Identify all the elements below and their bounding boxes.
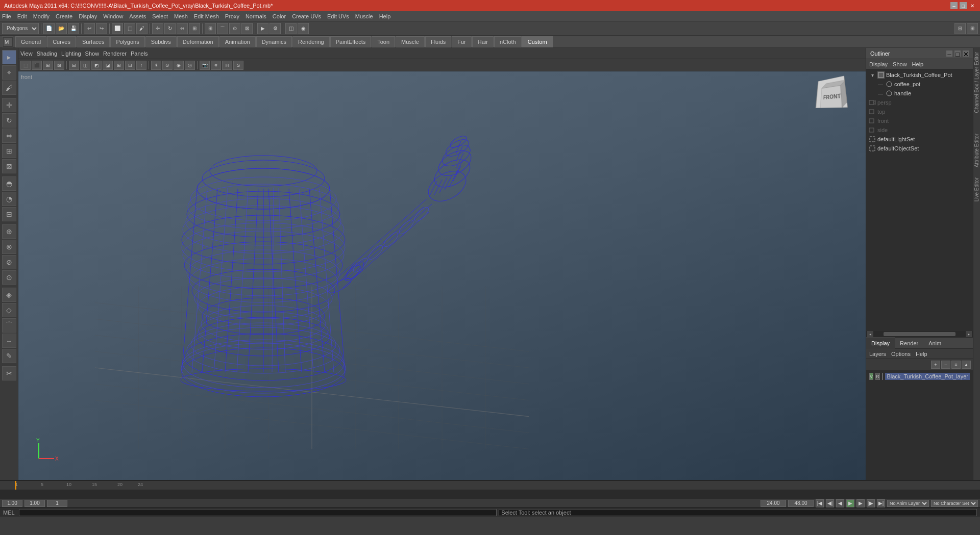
vp-grid-btn[interactable]: # — [211, 61, 221, 70]
cb-delete-layer-btn[interactable]: – — [941, 361, 950, 369]
scrollbar-left-btn[interactable]: ◂ — [867, 331, 873, 337]
vp-menu-panels[interactable]: Panels — [131, 50, 148, 57]
tab-hair[interactable]: Hair — [472, 36, 494, 47]
tab-surfaces[interactable]: Surfaces — [77, 36, 110, 47]
vp-wireframe-btn[interactable]: ⊟ — [69, 61, 79, 70]
next-key-btn[interactable]: |▶ — [867, 499, 875, 507]
skin-btn[interactable]: ◈ — [2, 288, 16, 302]
next-frame-btn[interactable]: ▶ — [856, 499, 865, 507]
vp-light4-btn[interactable]: ◎ — [185, 61, 195, 70]
tab-ncloth[interactable]: nCloth — [494, 36, 522, 47]
vp-normals-btn[interactable]: ↑ — [136, 61, 146, 70]
vp-hud-btn[interactable]: H — [222, 61, 232, 70]
menu-proxy[interactable]: Proxy — [225, 13, 239, 19]
tab-polygons[interactable]: Polygons — [110, 36, 144, 47]
outliner-item-coffee-pot[interactable]: — coffee_pot — [866, 80, 973, 89]
tab-dynamics[interactable]: Dynamics — [256, 36, 292, 47]
layout-btn2[interactable]: ⊞ — [967, 23, 978, 34]
vp-uv-btn[interactable]: ⊡ — [125, 61, 135, 70]
sculpt-btn[interactable]: ◔ — [2, 192, 16, 206]
char-set-select[interactable]: No Character Set — [931, 500, 978, 507]
menu-edit[interactable]: Edit — [17, 13, 27, 19]
tab-painteffects[interactable]: PaintEffects — [330, 36, 372, 47]
tab-toon[interactable]: Toon — [372, 36, 395, 47]
paint-select-btn[interactable]: 🖌 — [2, 81, 16, 95]
view-cube-face[interactable]: FRONT — [816, 75, 848, 108]
cb-layer-move-up-btn[interactable]: ▲ — [962, 361, 971, 369]
cb-tab-anim[interactable]: Anim — [923, 338, 946, 349]
outliner-close-btn[interactable]: ✕ — [963, 50, 969, 57]
tab-deformation[interactable]: Deformation — [177, 36, 219, 47]
snap-grid-btn[interactable]: ⊞ — [205, 23, 216, 34]
move-tool-btn[interactable]: ✛ — [2, 98, 16, 112]
menu-edit-uvs[interactable]: Edit UVs — [327, 13, 349, 19]
menu-file[interactable]: File — [2, 13, 11, 19]
outliner-item-persp[interactable]: persp — [866, 98, 973, 107]
layout-btn[interactable]: ⊟ — [954, 23, 966, 34]
curve-btn[interactable]: ⌒ — [2, 318, 16, 333]
ik2-btn[interactable]: ⊙ — [2, 270, 16, 285]
view-cube[interactable]: FRONT — [815, 77, 850, 112]
outliner-item-top[interactable]: top — [866, 107, 973, 116]
ik-btn[interactable]: ⊘ — [2, 255, 16, 269]
vp-smooth-btn[interactable]: ◪ — [103, 61, 113, 70]
outliner-menu-help[interactable]: Help — [912, 61, 924, 67]
cb-sub-help[interactable]: Help — [916, 351, 927, 357]
cb-layer-options-btn[interactable]: ≡ — [951, 361, 961, 369]
timeline-ruler[interactable]: 1 5 10 15 20 24 — [0, 480, 980, 490]
outliner-item-coffee-pot-root[interactable]: ▾ Black_Turkish_Coffee_Pot — [866, 70, 973, 80]
blend-btn[interactable]: ◇ — [2, 303, 16, 317]
menu-window[interactable]: Window — [103, 13, 123, 19]
vp-menu-renderer[interactable]: Renderer — [103, 50, 127, 57]
cb-sub-layers[interactable]: Layers — [869, 351, 886, 357]
scale-btn[interactable]: ⇔ — [177, 23, 188, 34]
tab-subdivs[interactable]: Subdivs — [145, 36, 177, 47]
cluster-btn[interactable]: ⊕ — [2, 224, 16, 239]
vp-menu-show[interactable]: Show — [85, 50, 100, 57]
cb-tab-render[interactable]: Render — [895, 338, 923, 349]
joint-btn[interactable]: ⊗ — [2, 240, 16, 254]
outliner-item-handle[interactable]: — handle — [866, 89, 973, 98]
cb-new-layer-btn[interactable]: + — [931, 361, 940, 369]
menu-color[interactable]: Color — [273, 13, 286, 19]
menu-create[interactable]: Create — [56, 13, 72, 19]
vp-textured-btn[interactable]: ◩ — [91, 61, 102, 70]
outliner-minimize-btn[interactable]: – — [946, 50, 952, 57]
anim-end-input[interactable] — [788, 500, 814, 507]
menu-muscle[interactable]: Muscle — [355, 13, 373, 19]
current-frame-input[interactable] — [47, 500, 67, 507]
universal-manip-btn[interactable]: ⊞ — [189, 23, 200, 34]
anim-layer-select[interactable]: No Anim Layer — [887, 500, 929, 507]
snap-view-btn[interactable]: ⊠ — [241, 23, 253, 34]
vp-menu-shading[interactable]: Shading — [37, 50, 57, 57]
select-btn[interactable]: ⬜ — [112, 23, 123, 34]
vp-comp-mask[interactable]: ⊞ — [43, 61, 53, 70]
vp-shaded-btn[interactable]: ◫ — [80, 61, 90, 70]
outliner-item-side[interactable]: side — [866, 125, 973, 135]
go-to-end-btn[interactable]: ▶| — [877, 499, 885, 507]
lasso-btn[interactable]: ⬚ — [124, 23, 135, 34]
redo-btn[interactable]: ↪ — [96, 23, 107, 34]
command-input[interactable] — [19, 509, 497, 516]
rotate-tool-btn[interactable]: ↻ — [2, 113, 16, 128]
scrollbar-thumb[interactable] — [884, 332, 955, 336]
tab-fur[interactable]: Fur — [452, 36, 472, 47]
menu-edit-mesh[interactable]: Edit Mesh — [194, 13, 219, 19]
anim-start-input[interactable] — [761, 500, 786, 507]
outliner-item-lightset[interactable]: defaultLightSet — [866, 135, 973, 144]
move-btn[interactable]: ✛ — [152, 23, 163, 34]
tab-muscle[interactable]: Muscle — [396, 36, 425, 47]
go-to-start-btn[interactable]: |◀ — [816, 499, 824, 507]
prev-key-btn[interactable]: ◀| — [826, 499, 834, 507]
vp-snap-btn[interactable]: S — [233, 61, 243, 70]
tab-fluids[interactable]: Fluids — [425, 36, 451, 47]
vp-obj-mask[interactable]: ⬛ — [32, 61, 42, 70]
cb-sub-options[interactable]: Options — [891, 351, 911, 357]
layer-name-label[interactable]: Black_Turkish_Coffee_Pot_layer — [885, 373, 970, 380]
outliner-menu-show[interactable]: Show — [893, 61, 907, 67]
outliner-restore-btn[interactable]: □ — [954, 50, 961, 57]
layer-row-coffee-pot[interactable]: V R Black_Turkish_Coffee_Pot_layer — [868, 371, 971, 381]
open-btn[interactable]: 📂 — [56, 23, 67, 34]
vp-select-mask[interactable]: ⬚ — [20, 61, 31, 70]
tab-rendering[interactable]: Rendering — [292, 36, 330, 47]
